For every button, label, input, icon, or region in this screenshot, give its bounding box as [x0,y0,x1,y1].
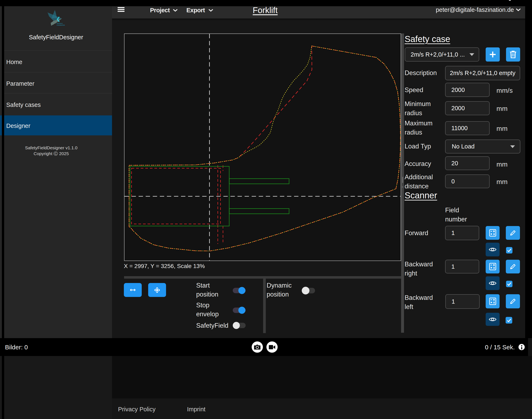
svg-text:FASZINATION: FASZINATION [57,24,65,26]
svg-text:DIGITALE: DIGITALE [57,23,63,24]
